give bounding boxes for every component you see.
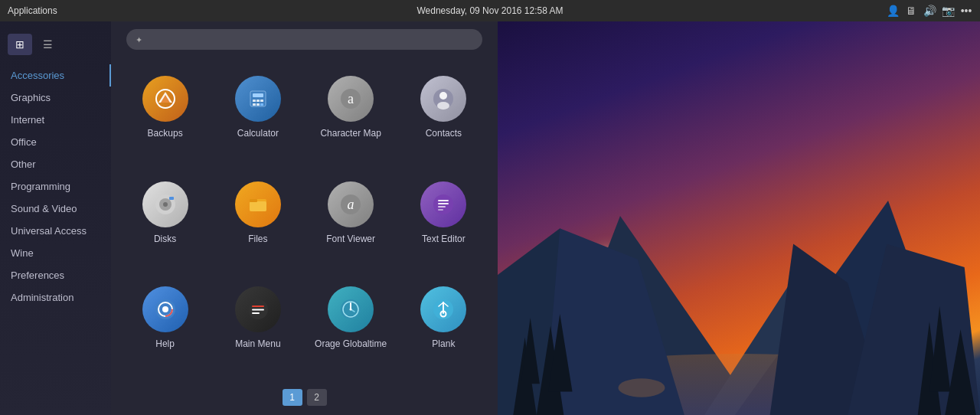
plank-label: Plank bbox=[432, 338, 455, 349]
list-view-button[interactable]: ☰ bbox=[35, 34, 60, 55]
app-item-plank[interactable]: Plank bbox=[397, 276, 490, 381]
charmap-label: Character Map bbox=[320, 128, 381, 139]
person-icon[interactable]: 👤 bbox=[887, 5, 899, 17]
main-area: ⊞ ☰ Accessories Graphics Internet Office… bbox=[0, 21, 980, 415]
charmap-icon: a bbox=[328, 76, 374, 122]
page-1-button[interactable]: 1 bbox=[283, 389, 302, 406]
sidebar-item-programming[interactable]: Programming bbox=[0, 175, 111, 198]
texteditor-label: Text Editor bbox=[422, 234, 466, 244]
svg-point-18 bbox=[163, 202, 168, 207]
svg-point-33 bbox=[162, 306, 168, 312]
app-item-fontviewer[interactable]: a Font Viewer bbox=[305, 171, 397, 276]
sidebar-item-preferences[interactable]: Preferences bbox=[0, 264, 111, 286]
disks-icon bbox=[142, 181, 188, 227]
app-item-contacts[interactable]: Contacts bbox=[397, 65, 490, 171]
svg-text:a: a bbox=[348, 91, 354, 106]
svg-rect-4 bbox=[253, 93, 263, 97]
svg-rect-21 bbox=[250, 201, 266, 211]
grid-view-button[interactable]: ⊞ bbox=[8, 34, 32, 55]
svg-rect-37 bbox=[252, 312, 260, 314]
texteditor-icon bbox=[420, 181, 466, 227]
app-menu-label[interactable]: Applications bbox=[8, 5, 57, 16]
menu-dots-icon[interactable]: ••• bbox=[960, 5, 972, 17]
backups-icon bbox=[142, 76, 188, 122]
apps-grid: Backups Calculator bbox=[111, 57, 498, 381]
app-item-help[interactable]: Help bbox=[119, 276, 211, 381]
svg-rect-29 bbox=[438, 209, 443, 211]
topbar-datetime: Wednesday, 09 Nov 2016 12:58 AM bbox=[416, 5, 563, 16]
page-2-button[interactable]: 2 bbox=[307, 389, 327, 406]
sidebar-nav: Accessories Graphics Internet Office Oth… bbox=[0, 64, 111, 415]
backups-label: Backups bbox=[148, 128, 183, 139]
svg-text:a: a bbox=[348, 197, 354, 212]
sidebar: ⊞ ☰ Accessories Graphics Internet Office… bbox=[0, 21, 111, 415]
contacts-label: Contacts bbox=[426, 128, 462, 139]
contacts-icon bbox=[420, 76, 466, 122]
display-icon[interactable]: 🖥 bbox=[905, 5, 917, 17]
mainmenu-icon bbox=[235, 286, 281, 332]
svg-rect-36 bbox=[252, 309, 264, 311]
files-icon bbox=[235, 181, 281, 227]
background bbox=[498, 21, 980, 415]
sidebar-item-accessories[interactable]: Accessories bbox=[0, 64, 111, 87]
view-toggle: ⊞ ☰ bbox=[0, 28, 111, 61]
fontviewer-label: Font Viewer bbox=[326, 234, 375, 244]
files-label: Files bbox=[248, 234, 267, 244]
svg-rect-28 bbox=[438, 206, 446, 208]
svg-rect-26 bbox=[438, 200, 449, 201]
pagination: 1 2 bbox=[111, 381, 498, 415]
help-icon bbox=[142, 286, 188, 332]
scenery-svg bbox=[498, 21, 980, 415]
mainmenu-label: Main Menu bbox=[235, 338, 280, 349]
app-item-orage[interactable]: Orage Globaltime bbox=[305, 276, 397, 381]
svg-rect-19 bbox=[169, 197, 174, 200]
sidebar-item-universal-access[interactable]: Universal Access bbox=[0, 220, 111, 242]
svg-point-42 bbox=[350, 309, 352, 311]
search-wrapper bbox=[126, 29, 482, 50]
sidebar-item-internet[interactable]: Internet bbox=[0, 109, 111, 131]
search-input[interactable] bbox=[126, 29, 482, 50]
app-item-calculator[interactable]: Calculator bbox=[211, 65, 304, 171]
svg-point-15 bbox=[437, 102, 449, 109]
app-item-backups[interactable]: Backups bbox=[119, 65, 211, 171]
sidebar-item-sound-video[interactable]: Sound & Video bbox=[0, 198, 111, 220]
svg-rect-22 bbox=[250, 199, 257, 202]
orage-label: Orage Globaltime bbox=[315, 338, 387, 349]
topbar-left: Applications bbox=[8, 5, 57, 16]
help-label: Help bbox=[155, 338, 175, 349]
sidebar-item-graphics[interactable]: Graphics bbox=[0, 87, 111, 109]
svg-rect-9 bbox=[256, 103, 260, 106]
orage-icon bbox=[328, 286, 374, 332]
calculator-icon bbox=[235, 76, 281, 122]
sidebar-item-administration[interactable]: Administration bbox=[0, 286, 111, 309]
calculator-label: Calculator bbox=[237, 128, 279, 139]
app-item-mainmenu[interactable]: Main Menu bbox=[211, 276, 304, 381]
svg-point-58 bbox=[619, 378, 665, 397]
sidebar-item-office[interactable]: Office bbox=[0, 131, 111, 153]
sidebar-item-other[interactable]: Other bbox=[0, 153, 111, 175]
svg-rect-7 bbox=[260, 100, 263, 102]
svg-rect-5 bbox=[253, 100, 256, 102]
svg-rect-10 bbox=[260, 103, 263, 106]
app-item-files[interactable]: Files bbox=[211, 171, 304, 276]
topbar-right: 👤 🖥 🔊 📷 ••• bbox=[887, 5, 972, 17]
app-item-charmap[interactable]: a Character Map bbox=[305, 65, 397, 171]
search-bar bbox=[111, 29, 498, 57]
topbar: Applications Wednesday, 09 Nov 2016 12:5… bbox=[0, 0, 980, 21]
volume-icon[interactable]: 🔊 bbox=[923, 5, 936, 17]
app-launcher: Backups Calculator bbox=[111, 21, 498, 415]
app-item-texteditor[interactable]: Text Editor bbox=[397, 171, 490, 276]
screenshot-icon[interactable]: 📷 bbox=[942, 5, 954, 17]
svg-rect-6 bbox=[256, 100, 260, 102]
plank-icon bbox=[420, 286, 466, 332]
app-item-disks[interactable]: Disks bbox=[119, 171, 211, 276]
svg-rect-27 bbox=[438, 203, 449, 204]
disks-label: Disks bbox=[154, 234, 176, 244]
svg-point-14 bbox=[439, 92, 447, 100]
svg-rect-8 bbox=[253, 103, 256, 106]
svg-rect-35 bbox=[252, 306, 264, 307]
fontviewer-icon: a bbox=[328, 181, 374, 227]
sidebar-item-wine[interactable]: Wine bbox=[0, 242, 111, 264]
